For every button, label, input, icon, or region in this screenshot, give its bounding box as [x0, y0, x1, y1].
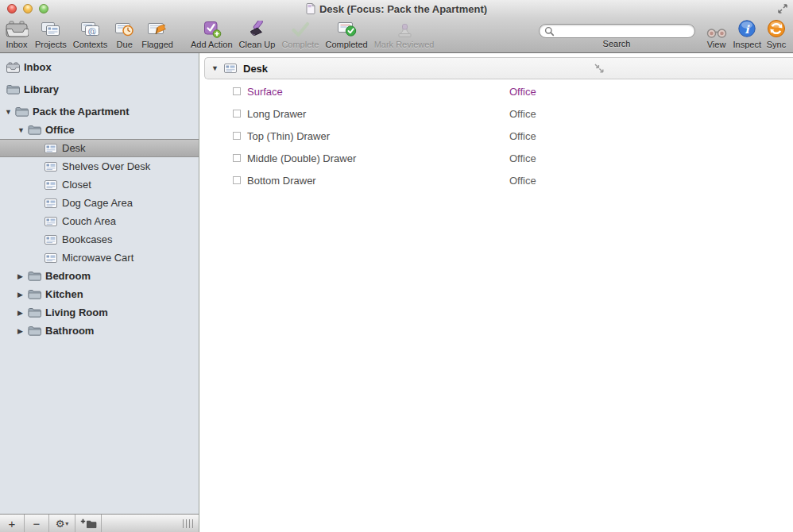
- add-folder-button[interactable]: [75, 515, 102, 532]
- clean-up-button[interactable]: Clean Up: [239, 17, 276, 49]
- flagged-button[interactable]: Flagged: [141, 17, 173, 49]
- fullscreen-arrows-icon[interactable]: [776, 2, 789, 15]
- task-row[interactable]: Surface Office: [199, 80, 793, 102]
- folder-icon: [6, 84, 20, 94]
- task-context[interactable]: Office: [509, 130, 536, 142]
- sidebar: Inbox Library ▼ Pack the Apartment ▼ Off…: [0, 53, 199, 532]
- search-input[interactable]: [557, 26, 690, 36]
- sidebar-item-library[interactable]: Library: [0, 80, 199, 98]
- search-field[interactable]: [539, 24, 695, 38]
- task-checkbox[interactable]: [233, 176, 241, 184]
- disclosure-triangle[interactable]: ▶: [17, 327, 28, 335]
- disclosure-triangle[interactable]: ▶: [17, 309, 28, 317]
- task-checkbox[interactable]: [233, 110, 241, 118]
- minimize-button[interactable]: [23, 4, 33, 13]
- sidebar-item-label: Couch Area: [62, 215, 116, 227]
- sidebar-item-kitchen[interactable]: ▶ Kitchen: [0, 285, 199, 303]
- title-bar[interactable]: Desk (Focus: Pack the Apartment): [0, 0, 793, 17]
- sidebar-item-desk[interactable]: Desk: [0, 139, 199, 157]
- task-row[interactable]: Bottom Drawer Office: [199, 169, 793, 191]
- disclosure-triangle[interactable]: ▼: [211, 64, 224, 72]
- sidebar-item-pack-the-apartment[interactable]: ▼ Pack the Apartment: [0, 102, 199, 121]
- sidebar-item-bookcases[interactable]: Bookcases: [0, 230, 199, 249]
- sidebar-item-office[interactable]: ▼ Office: [0, 121, 199, 139]
- sidebar-item-bedroom[interactable]: ▶ Bedroom: [0, 267, 199, 285]
- disclosure-triangle[interactable]: ▼: [5, 108, 15, 116]
- pale-check-icon: [290, 17, 311, 39]
- toolbar-label: Add Action: [191, 40, 233, 49]
- sync-button[interactable]: Sync: [766, 17, 787, 49]
- item-icon-slot: [15, 106, 32, 117]
- action-menu-button[interactable]: ⚙ ▾: [49, 515, 75, 532]
- task-checkbox[interactable]: [233, 154, 241, 162]
- inspect-button[interactable]: i Inspect: [733, 17, 761, 49]
- minus-icon: −: [33, 517, 41, 530]
- item-icon-slot: [28, 271, 44, 281]
- stacked-cards-icon: [40, 17, 62, 39]
- task-checkbox[interactable]: [233, 132, 241, 140]
- sidebar-item-microwave-cart[interactable]: Microwave Cart: [0, 249, 199, 267]
- sidebar-item-living-room[interactable]: ▶ Living Room: [0, 303, 199, 322]
- projects-button[interactable]: Projects: [35, 17, 67, 49]
- inbox-button[interactable]: Inbox: [5, 17, 29, 49]
- task-checkbox[interactable]: [233, 87, 241, 95]
- sidebar-item-shelves-over-desk[interactable]: Shelves Over Desk: [0, 157, 199, 175]
- at-card-icon: @: [79, 17, 101, 39]
- task-context[interactable]: Office: [509, 175, 536, 187]
- folder-icon: [28, 307, 41, 318]
- sidebar-item-label: Bedroom: [45, 270, 91, 282]
- sidebar-item-label: Desk: [62, 142, 86, 154]
- task-list: Surface Office Long Drawer Office Top (T…: [199, 80, 793, 191]
- disclosure-triangle[interactable]: ▼: [17, 126, 28, 134]
- toolbar-label: Mark Reviewed: [374, 40, 435, 49]
- document-icon: [306, 3, 315, 14]
- task-row[interactable]: Long Drawer Office: [199, 102, 793, 125]
- complete-button[interactable]: Complete: [281, 17, 319, 49]
- task-row[interactable]: Middle (Double) Drawer Office: [199, 147, 793, 169]
- glasses-icon: [705, 17, 729, 39]
- due-button[interactable]: Due: [114, 17, 135, 49]
- add-action-button[interactable]: Add Action: [191, 17, 233, 49]
- sidebar-item-closet[interactable]: Closet: [0, 175, 199, 194]
- mark-reviewed-button[interactable]: Mark Reviewed: [374, 17, 435, 49]
- content-header[interactable]: ▼ Desk: [204, 57, 793, 79]
- toolbar-label: Clean Up: [239, 40, 276, 49]
- sidebar-item-label: Microwave Cart: [62, 252, 133, 264]
- close-button[interactable]: [7, 4, 17, 13]
- sync-arrows-icon: [766, 17, 787, 39]
- brush-icon: [246, 17, 267, 39]
- sidebar-item-label: Closet: [62, 179, 91, 191]
- sidebar-item-couch-area[interactable]: Couch Area: [0, 212, 199, 230]
- task-context[interactable]: Office: [509, 152, 536, 164]
- folder-icon: [28, 125, 41, 135]
- plus-icon: +: [9, 517, 16, 530]
- toolbar-label: Due: [117, 40, 133, 49]
- content-header-title: Desk: [243, 63, 268, 75]
- collapse-diagonal-arrows-icon[interactable]: [593, 62, 606, 75]
- completed-button[interactable]: Completed: [325, 17, 367, 49]
- sidebar-item-label: Library: [24, 83, 59, 95]
- item-icon-slot: [28, 125, 44, 135]
- sidebar-item-inbox[interactable]: Inbox: [0, 58, 199, 76]
- drag-grip-icon[interactable]: [183, 519, 193, 528]
- zoom-button[interactable]: [39, 4, 48, 13]
- task-context[interactable]: Office: [509, 108, 536, 120]
- sidebar-item-label: Inbox: [24, 61, 52, 73]
- header-icon-slot: [224, 64, 238, 73]
- sidebar-item-label: Bookcases: [62, 233, 113, 245]
- task-row[interactable]: Top (Thin) Drawer Office: [199, 125, 793, 147]
- sidebar-item-bathroom[interactable]: ▶ Bathroom: [0, 322, 199, 340]
- item-icon-slot: [6, 62, 23, 73]
- sidebar-item-label: Dog Cage Area: [62, 197, 133, 209]
- disclosure-triangle[interactable]: ▶: [17, 291, 28, 299]
- view-button[interactable]: View: [705, 17, 729, 49]
- disclosure-triangle[interactable]: ▶: [17, 272, 28, 280]
- magnifier-icon: [544, 26, 555, 37]
- contexts-button[interactable]: @ Contexts: [73, 17, 107, 49]
- sidebar-item-dog-cage-area[interactable]: Dog Cage Area: [0, 194, 199, 212]
- add-button[interactable]: +: [0, 515, 25, 532]
- item-icon-slot: [44, 235, 61, 245]
- task-context[interactable]: Office: [509, 86, 536, 98]
- sidebar-item-label: Pack the Apartment: [33, 106, 130, 118]
- remove-button[interactable]: −: [25, 515, 49, 532]
